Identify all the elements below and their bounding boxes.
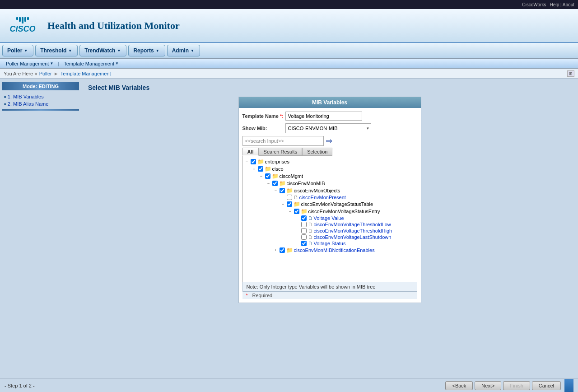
topbar-links: CiscoWorks | Help | About bbox=[522, 2, 574, 7]
cb-thresholdlow[interactable] bbox=[301, 222, 307, 227]
tree-node-ciscoenvmonobjects[interactable]: − 📁 ciscoEnvMonObjects bbox=[245, 187, 415, 194]
file-icon-voltagestatus: 🗋 bbox=[308, 241, 313, 246]
cancel-button[interactable]: Cancel bbox=[532, 381, 561, 390]
tree-node-voltagestatusentry[interactable]: − 📁 ciscoEnvMonVoltageStatusEntry bbox=[245, 208, 415, 215]
admin-arrow: ▼ bbox=[191, 49, 194, 53]
link-thresholdhigh[interactable]: ciscoEnvMonVoltageThresholdHigh bbox=[314, 228, 392, 233]
link-thresholdlow[interactable]: ciscoEnvMonVoltageThresholdLow bbox=[314, 222, 391, 227]
tree-node-ciscoenvmonpresent[interactable]: 🗋 ciscoEnvMonPresent bbox=[245, 194, 415, 201]
search-go-button[interactable]: ⇒ bbox=[326, 136, 332, 146]
logo-bars bbox=[16, 17, 29, 23]
tree-node-ciscmgmt[interactable]: − 📁 ciscoMgmt bbox=[245, 173, 415, 180]
folder-icon-ciscmgmt: 📁 bbox=[272, 173, 279, 179]
tree-node-thresholdhigh[interactable]: 🗋 ciscoEnvMonVoltageThresholdHigh bbox=[245, 228, 415, 234]
toggle-thresholdhigh bbox=[295, 229, 300, 233]
tab-search-results[interactable]: Search Results bbox=[259, 148, 303, 156]
sep2: | bbox=[560, 2, 562, 7]
about-link[interactable]: About bbox=[563, 2, 574, 7]
cb-lastshutdown[interactable] bbox=[301, 234, 307, 240]
cb-voltagevalue[interactable] bbox=[301, 215, 307, 221]
cb-notificationenables[interactable] bbox=[280, 247, 285, 253]
subnav-template-mgmt[interactable]: Template Management ▼ bbox=[60, 60, 122, 67]
toggle-voltagestatus bbox=[295, 241, 300, 246]
mode-banner: Mode: EDITING bbox=[2, 82, 79, 90]
tree-node-voltagestatus[interactable]: 🗋 Voltage Status bbox=[245, 240, 415, 247]
cb-ciscmgmt[interactable] bbox=[265, 173, 270, 179]
cb-ciscoenvmonpresent[interactable] bbox=[287, 195, 292, 200]
cb-voltagestatusentry[interactable] bbox=[294, 209, 299, 214]
bar4 bbox=[24, 17, 26, 22]
folder-icon-notificationenables: 📁 bbox=[286, 247, 293, 253]
finish-button[interactable]: Finish bbox=[503, 381, 530, 390]
tree-node-voltagestatustable[interactable]: − 📁 ciscoEnvMonVoltageStatusTable bbox=[245, 201, 415, 208]
bc-sep1: ► bbox=[54, 71, 59, 76]
item2-label[interactable]: MIB Alias Name bbox=[13, 101, 48, 107]
tree-node-voltagevalue[interactable]: 🗋 Voltage Value bbox=[245, 215, 415, 221]
tree-node-ciscoenvmonmib[interactable]: − 📁 ciscoEnvMonMIB bbox=[245, 180, 415, 187]
label-ciscmgmt: ciscoMgmt bbox=[280, 173, 303, 179]
link-notificationenables[interactable]: ciscoEnvMonMIBNotificationEnables bbox=[294, 247, 375, 253]
req-row: * - Required bbox=[242, 292, 417, 299]
show-mib-label: Show Mib: bbox=[242, 126, 285, 131]
nav-threshold[interactable]: Threshold ▼ bbox=[35, 45, 78, 56]
cb-voltagestatustable[interactable] bbox=[287, 201, 292, 207]
bar1 bbox=[16, 17, 18, 20]
cb-voltagestatus[interactable] bbox=[301, 241, 307, 246]
toggle-ciscmgmt[interactable]: − bbox=[259, 174, 264, 178]
item1-label[interactable]: MIB Variables bbox=[13, 94, 44, 99]
toggle-voltagestatusentry[interactable]: − bbox=[288, 209, 293, 214]
cb-enterprises[interactable] bbox=[251, 159, 256, 164]
tree-node-lastshutdown[interactable]: 🗋 ciscoEnvMonVoltageLastShutdown bbox=[245, 234, 415, 240]
folder-icon-ciscoenvmonmib: 📁 bbox=[279, 180, 286, 187]
req-text: - Required bbox=[249, 293, 272, 298]
tree-node-cisco[interactable]: − 📁 cisco bbox=[245, 165, 415, 173]
cb-thresholdhigh[interactable] bbox=[301, 228, 307, 233]
template-name-input[interactable] bbox=[285, 112, 362, 121]
sidebar-item-mib-vars[interactable]: ■ 1. MIB Variables bbox=[2, 93, 79, 100]
link-voltagestatus[interactable]: Voltage Status bbox=[314, 241, 346, 246]
toggle-voltagestatustable[interactable]: − bbox=[281, 202, 285, 206]
bc-template[interactable]: Template Management bbox=[61, 71, 111, 76]
step-info: - Step 1 of 2 - bbox=[5, 383, 445, 388]
sidebar-sep bbox=[2, 109, 79, 111]
breadcrumb-prefix: You Are Here bbox=[4, 71, 33, 76]
accent-bar bbox=[564, 379, 573, 392]
toggle-cisco[interactable]: − bbox=[252, 167, 256, 171]
tree-node-notificationenables[interactable]: + 📁 ciscoEnvMonMIBNotificationEnables bbox=[245, 247, 415, 254]
help-link[interactable]: Help bbox=[550, 2, 559, 7]
toggle-enterprises[interactable]: − bbox=[245, 159, 249, 164]
link-lastshutdown[interactable]: ciscoEnvMonVoltageLastShutdown bbox=[314, 234, 392, 240]
link-voltagevalue[interactable]: Voltage Value bbox=[314, 215, 344, 221]
nav-trendwatch[interactable]: TrendWatch ▼ bbox=[79, 45, 126, 56]
back-button[interactable]: <Back bbox=[445, 381, 473, 390]
poller-arrow: ▼ bbox=[24, 49, 28, 53]
toggle-ciscoenvmonmib[interactable]: − bbox=[266, 181, 271, 186]
cb-ciscoenvmonobjects[interactable] bbox=[280, 188, 285, 193]
show-mib-select[interactable]: CISCO-ENVMON-MIB CISCO-MEMORY-POOL-MIB I… bbox=[285, 123, 371, 133]
toggle-ciscoenvmonobjects[interactable]: − bbox=[274, 188, 278, 193]
cb-cisco[interactable] bbox=[258, 166, 263, 172]
bc-poller[interactable]: Poller bbox=[39, 71, 52, 76]
next-button[interactable]: Next> bbox=[475, 381, 501, 390]
link-ciscoenvmonpresent[interactable]: ciscoEnvMonPresent bbox=[299, 195, 346, 200]
tab-selection[interactable]: Selection bbox=[302, 148, 332, 156]
label-ciscoenvmonobjects: ciscoEnvMonObjects bbox=[294, 188, 340, 193]
nav-poller[interactable]: Poller ▼ bbox=[2, 45, 33, 56]
breadcrumb-icon[interactable]: ⊞ bbox=[567, 70, 574, 77]
topbar: CiscoWorks | Help | About bbox=[0, 0, 578, 9]
tree-node-thresholdlow[interactable]: 🗋 ciscoEnvMonVoltageThresholdLow bbox=[245, 221, 415, 228]
tree-container[interactable]: − 📁 enterprises − 📁 cisco − bbox=[242, 156, 417, 282]
toggle-notificationenables[interactable]: + bbox=[274, 248, 278, 252]
cb-ciscoenvmonmib[interactable] bbox=[272, 181, 278, 186]
sidebar-item-mib-alias[interactable]: ■ 2. MIB Alias Name bbox=[2, 100, 79, 107]
search-input[interactable] bbox=[242, 136, 324, 146]
subnav: Poller Management ▼ | Template Managemen… bbox=[0, 59, 578, 69]
ciscoworks-link[interactable]: CiscoWorks bbox=[522, 2, 546, 7]
subnav-poller-mgmt[interactable]: Poller Management ▼ bbox=[2, 60, 57, 67]
bottom-bar: - Step 1 of 2 - <Back Next> Finish Cance… bbox=[0, 378, 578, 392]
cisco-logo-text: CISCO bbox=[9, 24, 35, 34]
tree-node-enterprises[interactable]: − 📁 enterprises bbox=[245, 158, 415, 165]
nav-reports[interactable]: Reports ▼ bbox=[128, 45, 165, 56]
nav-admin[interactable]: Admin ▼ bbox=[167, 45, 200, 56]
tab-all[interactable]: All bbox=[242, 148, 259, 156]
